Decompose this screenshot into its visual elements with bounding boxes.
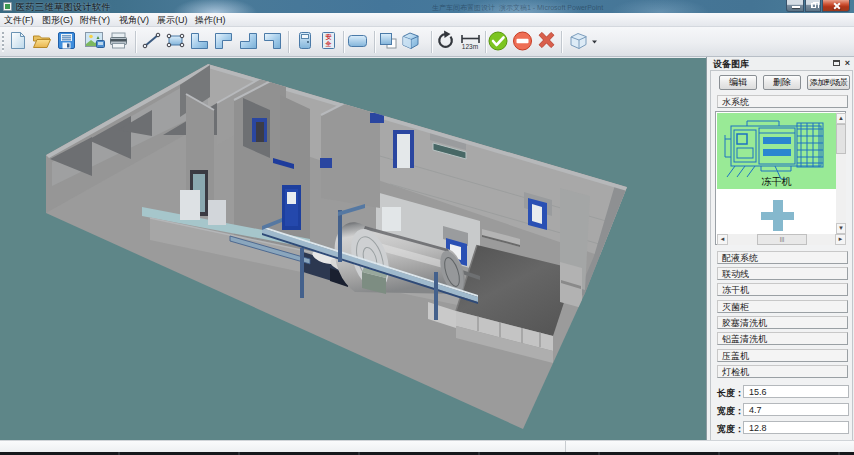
svg-text:全: 全 <box>325 40 332 47</box>
svg-text:安: 安 <box>326 33 332 40</box>
svg-text:123m: 123m <box>462 43 478 50</box>
